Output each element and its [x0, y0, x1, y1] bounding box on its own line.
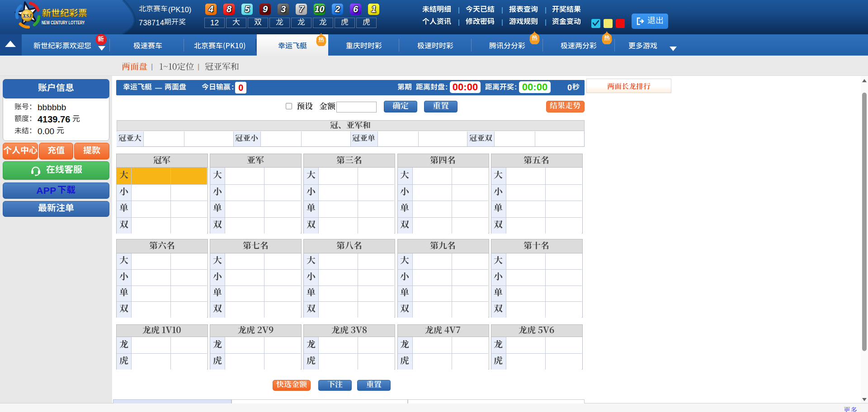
svg-text:XSJ: XSJ: [22, 13, 32, 19]
